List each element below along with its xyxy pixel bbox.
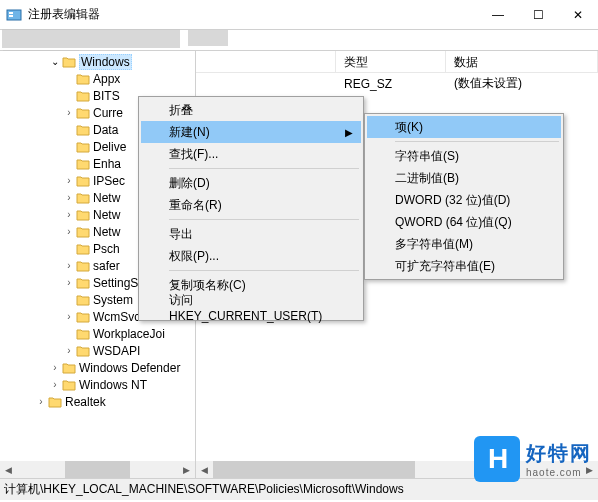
submenu-new[interactable]: 项(K)字符串值(S)二进制值(B)DWORD (32 位)值(D)QWORD … — [364, 113, 564, 280]
menu-item[interactable]: 字符串值(S) — [367, 145, 561, 167]
menu-item-label: QWORD (64 位)值(Q) — [395, 214, 512, 231]
menu-item[interactable]: 多字符串值(M) — [367, 233, 561, 255]
close-button[interactable]: ✕ — [558, 0, 598, 30]
tree-item-label: Realtek — [65, 395, 106, 409]
minimize-button[interactable]: — — [478, 0, 518, 30]
scroll-left-icon[interactable]: ◀ — [0, 461, 17, 478]
menu-item[interactable]: QWORD (64 位)值(Q) — [367, 211, 561, 233]
context-menu[interactable]: 折叠新建(N)▶查找(F)...删除(D)重命名(R)导出权限(P)...复制项… — [138, 96, 364, 321]
menu-item[interactable]: 二进制值(B) — [367, 167, 561, 189]
list-body: REG_SZ (数值未设置) — [196, 73, 598, 92]
value-data: (数值未设置) — [446, 75, 598, 92]
tree-item-label: Netw — [93, 225, 120, 239]
tree-item[interactable]: WorkplaceJoi — [0, 325, 195, 342]
chevron-right-icon[interactable]: › — [62, 277, 76, 288]
svg-rect-2 — [9, 15, 13, 17]
folder-icon — [48, 396, 62, 408]
list-row[interactable]: REG_SZ (数值未设置) — [196, 75, 598, 92]
list-header: 类型 数据 — [196, 51, 598, 73]
tree-item[interactable]: ⌄Windows — [0, 53, 195, 70]
menu-item[interactable]: 折叠 — [141, 99, 361, 121]
menu-separator — [169, 219, 359, 220]
folder-icon — [62, 56, 76, 68]
menu-item-label: 字符串值(S) — [395, 148, 459, 165]
chevron-right-icon[interactable]: › — [62, 226, 76, 237]
tree-item-label: Windows — [79, 54, 132, 70]
tree-item-label: Windows NT — [79, 378, 147, 392]
menu-item[interactable]: 重命名(R) — [141, 194, 361, 216]
menu-item[interactable]: 项(K) — [367, 116, 561, 138]
menu-item[interactable]: 查找(F)... — [141, 143, 361, 165]
menu-item-label: 项(K) — [395, 119, 423, 136]
folder-icon — [62, 379, 76, 391]
folder-icon — [76, 192, 90, 204]
menu-item-label: 访问 HKEY_CURRENT_USER(T) — [169, 292, 331, 323]
tree-item-label: Curre — [93, 106, 123, 120]
menu-item-label: 查找(F)... — [169, 146, 218, 163]
scroll-right-icon[interactable]: ▶ — [178, 461, 195, 478]
maximize-button[interactable]: ☐ — [518, 0, 558, 30]
regedit-icon — [6, 7, 22, 23]
tree-item[interactable]: ›Realtek — [0, 393, 195, 410]
column-type[interactable]: 类型 — [336, 51, 446, 72]
tree-item-label: Netw — [93, 191, 120, 205]
menu-item[interactable]: 权限(P)... — [141, 245, 361, 267]
tree-item-label: WSDAPI — [93, 344, 140, 358]
menu-item[interactable]: 导出 — [141, 223, 361, 245]
column-name[interactable] — [196, 51, 336, 72]
chevron-right-icon: ▶ — [345, 127, 353, 138]
folder-icon — [76, 226, 90, 238]
menu-item[interactable]: 删除(D) — [141, 172, 361, 194]
column-data[interactable]: 数据 — [446, 51, 598, 72]
folder-icon — [76, 73, 90, 85]
chevron-right-icon[interactable]: › — [62, 345, 76, 356]
chevron-right-icon[interactable]: › — [62, 107, 76, 118]
site-logo: H 好特网 haote.com — [474, 436, 592, 482]
tree-item[interactable]: Appx — [0, 70, 195, 87]
menu-item[interactable]: DWORD (32 位)值(D) — [367, 189, 561, 211]
menu-item-label: 导出 — [169, 226, 193, 243]
tree-item-label: IPSec — [93, 174, 125, 188]
folder-icon — [62, 362, 76, 374]
folder-icon — [76, 107, 90, 119]
menu-separator — [395, 141, 559, 142]
window-title: 注册表编辑器 — [28, 6, 478, 23]
chevron-right-icon[interactable]: › — [48, 379, 62, 390]
tree-item-label: Windows Defender — [79, 361, 180, 375]
chevron-right-icon[interactable]: › — [48, 362, 62, 373]
chevron-right-icon[interactable]: › — [62, 175, 76, 186]
menu-item-label: 多字符串值(M) — [395, 236, 473, 253]
menu-item[interactable]: 可扩充字符串值(E) — [367, 255, 561, 277]
tree-scrollbar-horizontal[interactable]: ◀ ▶ — [0, 461, 195, 478]
menu-separator — [169, 168, 359, 169]
folder-icon — [76, 243, 90, 255]
tree-item-label: Appx — [93, 72, 120, 86]
chevron-right-icon[interactable]: › — [34, 396, 48, 407]
chevron-right-icon[interactable]: › — [62, 209, 76, 220]
scroll-left-icon[interactable]: ◀ — [196, 461, 213, 478]
tree-item[interactable]: ›WSDAPI — [0, 342, 195, 359]
chevron-right-icon[interactable]: › — [62, 192, 76, 203]
menu-item[interactable]: 访问 HKEY_CURRENT_USER(T) — [141, 296, 361, 318]
folder-icon — [76, 175, 90, 187]
folder-icon — [76, 345, 90, 357]
folder-icon — [76, 277, 90, 289]
menu-item[interactable]: 新建(N)▶ — [141, 121, 361, 143]
tree-item-label: System — [93, 293, 133, 307]
tree-item-label: Data — [93, 123, 118, 137]
folder-icon — [76, 124, 90, 136]
tree-item[interactable]: ›Windows Defender — [0, 359, 195, 376]
logo-text: 好特网 — [526, 440, 592, 467]
titlebar: 注册表编辑器 — ☐ ✕ — [0, 0, 598, 30]
folder-icon — [76, 158, 90, 170]
tree-item[interactable]: ›Windows NT — [0, 376, 195, 393]
svg-rect-1 — [9, 12, 13, 14]
folder-icon — [76, 141, 90, 153]
menu-item-label: DWORD (32 位)值(D) — [395, 192, 510, 209]
menu-item-label: 二进制值(B) — [395, 170, 459, 187]
redacted-area — [188, 30, 228, 46]
chevron-right-icon[interactable]: › — [62, 311, 76, 322]
menu-item-label: 删除(D) — [169, 175, 210, 192]
chevron-right-icon[interactable]: › — [62, 260, 76, 271]
chevron-down-icon[interactable]: ⌄ — [48, 56, 62, 67]
